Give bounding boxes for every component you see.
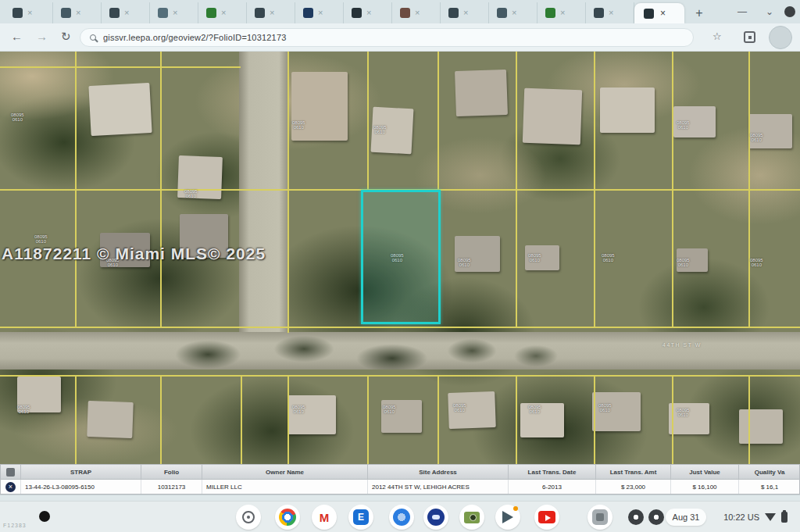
gray-app-icon: [592, 509, 608, 525]
forward-icon[interactable]: →: [36, 30, 48, 43]
house-roof: [288, 395, 336, 434]
parcel-boundary-line: [288, 375, 289, 464]
header-last-trans-amt: Last Trans. Amt: [596, 465, 671, 479]
parcel-number-label: 080950610: [17, 405, 30, 414]
url-text[interactable]: gissvr.leepa.org/geoview2/?FolioID=10312…: [103, 33, 287, 42]
bookmark-icon[interactable]: ☆: [712, 30, 722, 42]
browser-tab[interactable]: ×: [247, 2, 295, 23]
tab-close-icon[interactable]: ×: [415, 9, 420, 17]
tab-favicon: [352, 8, 362, 18]
tab-favicon: [497, 8, 507, 18]
tab-close-icon[interactable]: ×: [660, 8, 666, 19]
parcel-number-label: 080950610: [453, 403, 466, 412]
reload-icon[interactable]: ↻: [61, 30, 71, 44]
house-roof: [520, 403, 564, 437]
tab-close-icon[interactable]: ×: [270, 9, 274, 17]
browser-tab[interactable]: ×: [5, 2, 53, 23]
blue-circle-app-button[interactable]: [389, 505, 414, 530]
tab-close-icon[interactable]: ×: [463, 9, 468, 17]
filter-icon[interactable]: [6, 468, 15, 477]
parcel-number-label: 080950610: [34, 234, 48, 244]
screenshot-icon[interactable]: [744, 31, 755, 43]
highlighted-parcel[interactable]: [361, 190, 441, 324]
header-last-trans-date: Last Trans. Date: [509, 465, 596, 479]
cell-site-address: 2012 44TH ST W, LEHIGH ACRES: [368, 480, 509, 494]
gmail-app-button[interactable]: M: [312, 505, 337, 530]
chrome-app-button[interactable]: [275, 505, 300, 530]
tab-close-icon[interactable]: ×: [366, 9, 371, 17]
tab-favicon: [255, 8, 265, 18]
browser-tab[interactable]: ×: [198, 2, 247, 23]
parcel-number-label: 080950610: [292, 120, 305, 130]
play-store-button[interactable]: [495, 505, 520, 530]
active-tab-favicon: [644, 9, 654, 19]
files-icon: E: [353, 509, 369, 525]
table-row[interactable]: × 13-44-26-L3-08095-6150 10312173 MILLER…: [0, 479, 800, 495]
browser-tab[interactable]: ×: [102, 2, 150, 23]
tab-favicon: [545, 8, 555, 18]
row-zoom-cell[interactable]: ×: [1, 480, 21, 494]
browser-tab[interactable]: ×: [441, 2, 489, 23]
new-tab-button[interactable]: +: [691, 5, 708, 22]
tab-close-icon[interactable]: ×: [318, 9, 323, 17]
browser-tab[interactable]: ×: [150, 2, 198, 23]
table-scroll-strip[interactable]: [0, 495, 800, 501]
browser-tab[interactable]: ×: [53, 2, 102, 23]
header-filter-cell: [1, 465, 21, 479]
files-app-button[interactable]: E: [348, 505, 373, 530]
launcher-button[interactable]: [236, 505, 261, 530]
tab-close-icon[interactable]: ×: [609, 9, 613, 17]
tab-close-icon[interactable]: ×: [124, 9, 129, 17]
status-dot-icon: [39, 511, 50, 522]
youtube-app-button[interactable]: [534, 505, 559, 530]
header-quality-value: Quality Va: [739, 465, 800, 479]
parcel-number-label: 080950610: [383, 405, 396, 414]
tabstrip-avatar[interactable]: [784, 6, 795, 17]
map[interactable]: 0809506100809506100809506100809506100809…: [0, 52, 800, 464]
browser-tab[interactable]: ×: [344, 2, 392, 23]
cell-quality-value: $ 16,1: [739, 480, 800, 494]
settings-gear-icon[interactable]: [628, 509, 644, 525]
parcel-boundary-line: [75, 375, 77, 464]
browser-tab[interactable]: ×: [586, 2, 634, 23]
browser-toolbar: ← → ↻ gissvr.leepa.org/geoview2/?FolioID…: [0, 23, 800, 52]
chat-app-button[interactable]: [423, 505, 448, 530]
minimize-icon[interactable]: —: [738, 6, 747, 17]
cell-just-value: $ 16,100: [671, 480, 739, 494]
browser-tab[interactable]: ×: [392, 2, 441, 23]
parcel-number-label: 080950610: [528, 253, 541, 262]
table-header-row: STRAP Folio Owner Name Site Address Last…: [0, 464, 800, 479]
cell-folio: 10312173: [141, 480, 202, 494]
street-name-label: 44TH ST W: [662, 342, 702, 348]
tab-close-icon[interactable]: ×: [27, 9, 32, 17]
parcel-number-label: 080950610: [677, 408, 690, 417]
parcel-boundary-line: [367, 52, 369, 189]
date-pill[interactable]: Aug 31: [666, 509, 706, 526]
parcel-boundary-line: [438, 52, 439, 189]
tab-close-icon[interactable]: ×: [560, 9, 565, 17]
search-icon: [90, 34, 96, 41]
tab-close-icon[interactable]: ×: [76, 9, 80, 17]
row-zoom-icon[interactable]: ×: [5, 482, 16, 492]
browser-tab[interactable]: ×: [538, 2, 586, 23]
profile-avatar[interactable]: [769, 26, 792, 49]
photos-app-button[interactable]: [459, 505, 484, 530]
notification-dot: [513, 506, 518, 511]
status-tray[interactable]: 10:22 US: [717, 509, 792, 526]
tab-menu-icon[interactable]: ⌄: [766, 6, 773, 17]
gray-app-button[interactable]: [588, 505, 612, 530]
browser-tab[interactable]: ×: [489, 2, 538, 23]
youtube-icon: [538, 511, 555, 523]
active-tab[interactable]: ×: [634, 3, 684, 23]
back-icon[interactable]: ←: [11, 30, 23, 43]
camera-icon: [464, 512, 480, 523]
cell-owner: MILLER LLC: [202, 480, 368, 494]
tab-close-icon[interactable]: ×: [173, 9, 177, 17]
tab-favicon: [594, 8, 604, 18]
cell-last-trans-amt: $ 23,000: [596, 480, 671, 494]
tab-close-icon[interactable]: ×: [512, 9, 516, 17]
browser-tab[interactable]: ×: [295, 2, 344, 23]
tab-close-icon[interactable]: ×: [221, 9, 226, 17]
gear-icon[interactable]: [648, 509, 664, 525]
address-bar[interactable]: gissvr.leepa.org/geoview2/?FolioID=10312…: [80, 28, 694, 47]
